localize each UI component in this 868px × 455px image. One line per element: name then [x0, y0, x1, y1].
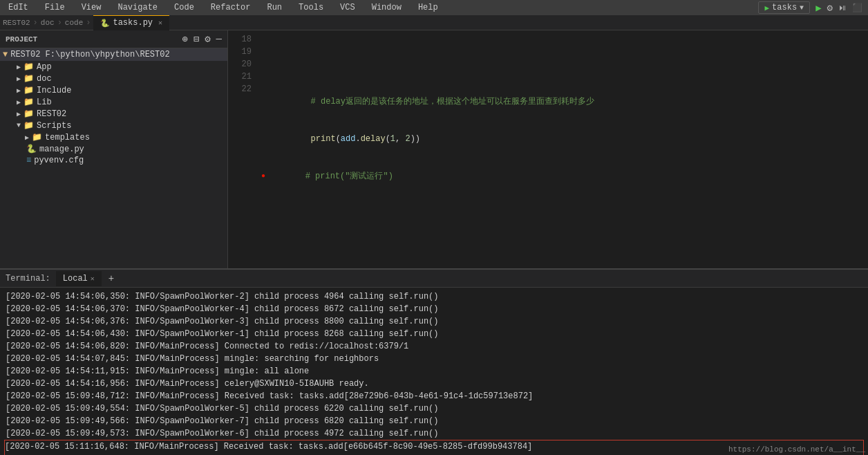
- python-icon: 🐍: [26, 144, 37, 154]
- terminal-tab-local[interactable]: Local ✕: [56, 271, 102, 286]
- log-line: [2020-02-05 14:54:16,956: INFO/MainProce…: [6, 378, 862, 390]
- sidebar-item-doc-label: doc: [37, 74, 52, 84]
- menu-file[interactable]: File: [42, 1, 68, 14]
- arrow-icon: ▶: [17, 75, 21, 83]
- run-config-selector[interactable]: ▶ tasks ▼: [758, 1, 810, 14]
- sidebar-item-manage-label: manage.py: [39, 145, 84, 154]
- arrow-icon: ▼: [17, 122, 21, 129]
- run-config-icon: ▶: [764, 3, 769, 12]
- breadcrumb-root: REST02: [3, 19, 30, 27]
- breadcrumb-code: code: [65, 19, 83, 27]
- tab-close-button[interactable]: ✕: [158, 19, 162, 27]
- terminal-label: Terminal:: [3, 274, 53, 284]
- breakpoint-col: [261, 207, 271, 220]
- editor-content: 18 19 20 21 22 # delay返回的是该任务的地址，根据这个: [228, 30, 868, 268]
- close-sidebar-icon[interactable]: —: [216, 33, 222, 45]
- watermark: https://blog.csdn.net/a__int__: [728, 445, 865, 454]
- menu-refactor[interactable]: Refactor: [208, 1, 254, 14]
- sidebar-item-lib-label: Lib: [37, 98, 52, 107]
- sidebar-item-include[interactable]: ▶ 📁 Include: [0, 84, 227, 96]
- log-line: [2020-02-05 15:09:48,712: INFO/MainProce…: [6, 390, 862, 402]
- file-tab-tasks[interactable]: 🐍 tasks.py ✕: [93, 15, 169, 30]
- line-numbers: 18 19 20 21 22: [228, 30, 256, 268]
- folder-icon: 📁: [23, 120, 34, 131]
- sidebar-item-scripts[interactable]: ▼ 📁 Scripts: [0, 120, 227, 131]
- run-button[interactable]: ▶: [815, 2, 821, 14]
- settings-button[interactable]: ⚙: [827, 2, 833, 14]
- folder-icon: 📁: [23, 97, 34, 107]
- arrow-icon: ▶: [25, 133, 29, 142]
- arrow-icon: ▶: [17, 110, 21, 118]
- arrow-icon: ▶: [17, 63, 21, 71]
- sidebar-item-templates-label: templates: [45, 133, 90, 142]
- menu-view[interactable]: View: [79, 1, 104, 14]
- sidebar-item-pyvenv-label: pyvenv.cfg: [34, 156, 84, 165]
- menu-run[interactable]: Run: [264, 1, 285, 14]
- sidebar-title: Project: [6, 35, 37, 44]
- run-config-arrow: ▼: [800, 4, 804, 12]
- folder-icon: 📁: [23, 73, 34, 84]
- log-line: [2020-02-05 15:09:49,554: INFO/SpawnPool…: [6, 402, 862, 415]
- terminal-content[interactable]: [2020-02-05 14:54:06,350: INFO/SpawnPool…: [0, 288, 868, 455]
- file-icon: ≡: [26, 156, 31, 165]
- collapse-icon[interactable]: ⊟: [194, 33, 199, 45]
- breadcrumb-doc: doc: [41, 19, 55, 27]
- sidebar-item-scripts-label: Scripts: [37, 121, 71, 131]
- menu-tools[interactable]: Tools: [296, 1, 326, 14]
- log-line: [2020-02-05 15:09:49,566: INFO/SpawnPool…: [6, 415, 862, 427]
- folder-icon: 📁: [23, 85, 34, 95]
- sidebar-item-manage[interactable]: 🐍 manage.py: [0, 143, 227, 155]
- sidebar-item-doc[interactable]: ▶ 📁 doc: [0, 73, 227, 84]
- sidebar-item-app[interactable]: ▶ 📁 App: [0, 61, 227, 73]
- log-line: [2020-02-05 14:54:06,430: INFO/SpawnPool…: [6, 328, 862, 340]
- log-line: [2020-02-05 14:54:06,370: INFO/SpawnPool…: [6, 303, 862, 315]
- sidebar-item-templates[interactable]: ▶ 📁 templates: [0, 131, 227, 143]
- editor-area: 18 19 20 21 22 # delay返回的是该任务的地址，根据这个: [228, 30, 868, 284]
- folder-icon: 📁: [23, 109, 34, 119]
- file-tab-label: tasks.py: [113, 18, 153, 28]
- arrow-icon: ▶: [17, 86, 21, 95]
- terminal-add-button[interactable]: +: [104, 272, 118, 286]
- arrow-icon: ▶: [17, 98, 21, 106]
- breakpoint-col: [261, 58, 271, 71]
- menu-help[interactable]: Help: [415, 1, 441, 14]
- code-editor[interactable]: # delay返回的是该任务的地址，根据这个地址可以在服务里面查到耗时多少 pr…: [256, 30, 868, 268]
- log-line: [2020-02-05 14:54:06,376: INFO/SpawnPool…: [6, 315, 862, 328]
- sidebar-item-include-label: Include: [37, 86, 71, 95]
- menu-navigate[interactable]: Navigate: [115, 1, 160, 14]
- sidebar-item-rest02-label: REST02: [37, 109, 66, 119]
- terminal-tab-bar: Terminal: Local ✕ +: [0, 270, 868, 288]
- sidebar-item-app-label: App: [37, 62, 52, 72]
- menu-vcs[interactable]: VCS: [337, 1, 358, 14]
- sidebar-header: Project ⊕ ⊟ ⚙ —: [0, 30, 227, 48]
- extra-button[interactable]: ⬛: [852, 3, 862, 13]
- breakpoint-col: [261, 133, 271, 145]
- breadcrumb-bar: REST02 › doc › code › 🐍 tasks.py ✕: [0, 15, 868, 30]
- sidebar-item-pyvenv[interactable]: ≡ pyvenv.cfg: [0, 155, 227, 166]
- terminal-tab-close[interactable]: ✕: [91, 275, 95, 283]
- log-line: [2020-02-05 15:09:49,573: INFO/SpawnPool…: [6, 427, 862, 440]
- sidebar-toolbar: ⊕ ⊟ ⚙ —: [182, 33, 222, 45]
- python-file-icon: 🐍: [100, 19, 110, 28]
- gear-icon[interactable]: ⚙: [205, 33, 210, 45]
- menu-code[interactable]: Code: [171, 1, 197, 14]
- sidebar: Project ⊕ ⊟ ⚙ — ▼ REST02 F:\python\yhpyt…: [0, 30, 228, 284]
- bottom-panel: Terminal: Local ✕ + [2020-02-05 14:54:06…: [0, 268, 868, 455]
- menu-edit[interactable]: EdIt: [6, 1, 31, 14]
- folder-icon: 📁: [32, 132, 42, 142]
- menu-bar: EdIt File View Navigate Code Refactor Ru…: [0, 0, 868, 15]
- project-root[interactable]: ▼ REST02 F:\python\yhpython\REST02: [0, 48, 227, 61]
- sidebar-item-rest02[interactable]: ▶ 📁 REST02: [0, 108, 227, 120]
- debug-button[interactable]: ⏯: [838, 3, 847, 13]
- breakpoint-col: [261, 95, 271, 108]
- log-line: [2020-02-05 14:54:06,820: INFO/MainProce…: [6, 340, 862, 353]
- log-line: [2020-02-05 14:54:07,845: INFO/MainProce…: [6, 353, 862, 365]
- menu-window[interactable]: Window: [369, 1, 404, 14]
- run-config-label: tasks: [772, 3, 797, 12]
- folder-icon: ▼: [3, 50, 8, 59]
- add-icon[interactable]: ⊕: [182, 33, 187, 45]
- log-line: [2020-02-05 14:54:11,915: INFO/MainProce…: [6, 365, 862, 378]
- terminal-tab-local-label: Local: [63, 274, 88, 284]
- sidebar-item-lib[interactable]: ▶ 📁 Lib: [0, 96, 227, 108]
- folder-icon: 📁: [23, 62, 34, 72]
